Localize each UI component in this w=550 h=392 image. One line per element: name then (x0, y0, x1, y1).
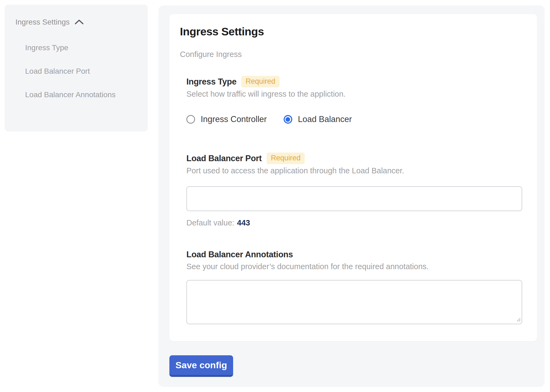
sidebar-section-ingress-settings[interactable]: Ingress Settings (15, 18, 140, 27)
section-load-balancer-port: Load Balancer Port Required Port used to… (186, 153, 522, 228)
radio-unselected-icon[interactable] (186, 115, 195, 124)
sidebar-item-load-balancer-annotations[interactable]: Load Balancer Annotations (25, 87, 120, 102)
section-ingress-type: Ingress Type Required Select how traffic… (186, 76, 522, 124)
resize-handle-icon[interactable] (516, 317, 521, 323)
section-load-balancer-annotations: Load Balancer Annotations See your cloud… (186, 249, 522, 324)
form-sections: Ingress Type Required Select how traffic… (180, 76, 522, 324)
main-panel: Ingress Settings Configure Ingress Ingre… (159, 5, 545, 387)
radio-option-ingress-controller[interactable]: Ingress Controller (186, 114, 267, 124)
required-badge: Required (267, 153, 305, 164)
lb-port-input[interactable] (186, 186, 522, 211)
save-config-button[interactable]: Save config (169, 355, 233, 377)
radio-selected-icon[interactable] (284, 115, 292, 124)
default-value: 443 (237, 218, 250, 227)
sidebar-section-title: Ingress Settings (15, 18, 70, 27)
page: Ingress Settings Ingress Type Load Balan… (0, 0, 550, 392)
ingress-settings-card: Ingress Settings Configure Ingress Ingre… (169, 14, 537, 341)
sidebar-nav: Ingress Type Load Balancer Port Load Bal… (25, 40, 120, 102)
radio-label-ingress-controller: Ingress Controller (201, 114, 267, 124)
chevron-up-icon (75, 19, 84, 25)
sidebar-item-load-balancer-port[interactable]: Load Balancer Port (25, 64, 120, 79)
required-badge: Required (241, 76, 280, 87)
ingress-type-label: Ingress Type (186, 76, 236, 87)
radio-option-load-balancer[interactable]: Load Balancer (284, 114, 352, 124)
lb-port-default-row: Default value:443 (186, 218, 522, 228)
lb-annotations-textarea[interactable] (186, 280, 522, 324)
lb-port-description: Port used to access the application thro… (186, 166, 522, 175)
radio-label-load-balancer: Load Balancer (298, 114, 352, 124)
ingress-type-options: Ingress Controller Load Balancer (186, 114, 522, 124)
ingress-type-description: Select how traffic will ingress to the a… (186, 89, 522, 99)
sidebar-item-ingress-type[interactable]: Ingress Type (25, 40, 120, 55)
lb-annotations-label: Load Balancer Annotations (186, 249, 293, 260)
lb-annotations-description: See your cloud provider’s documentation … (186, 262, 522, 271)
lb-port-label: Load Balancer Port (186, 153, 262, 164)
default-value-label: Default value: (186, 218, 234, 227)
page-title: Ingress Settings (180, 25, 522, 39)
page-subtitle: Configure Ingress (180, 49, 522, 59)
sidebar: Ingress Settings Ingress Type Load Balan… (5, 5, 148, 131)
